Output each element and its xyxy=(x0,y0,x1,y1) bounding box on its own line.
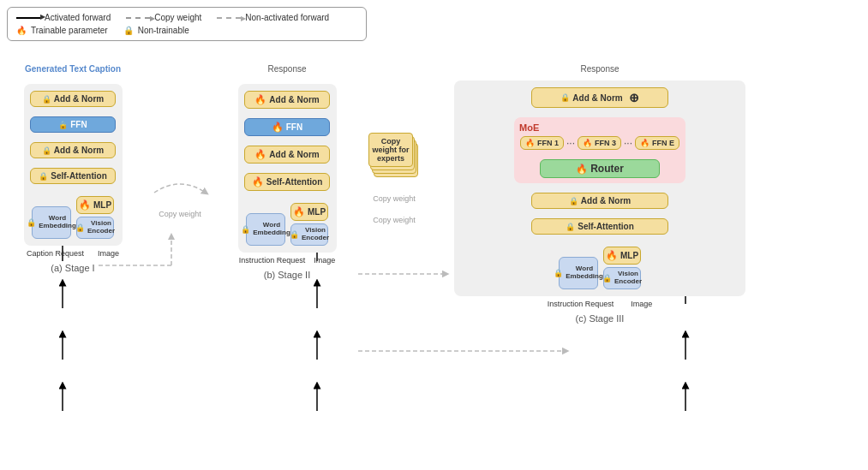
lock-icon-8: 🔒 xyxy=(290,230,299,239)
fire-icon-1: 🔥 xyxy=(79,199,91,211)
stage2-add-norm-bot: 🔥 Add & Norm xyxy=(244,146,330,164)
stage2-bottom-row: 🔒 Word Embedding 🔥 MLP 🔒 Vision Encoder xyxy=(246,203,328,246)
stage2-add-norm-bot-label: Add & Norm xyxy=(269,150,319,159)
stage2-add-norm-top-label: Add & Norm xyxy=(269,95,319,104)
stage1-add-norm-top: 🔒 Add & Norm xyxy=(30,91,116,107)
non-trainable-label: Non-trainable xyxy=(138,26,189,35)
non-activated-line-icon xyxy=(217,17,241,19)
stage1-self-attn-label: Self-Attention xyxy=(51,171,107,181)
stage1-box: 🔒 Add & Norm 🔒 FFN 🔒 Add & Norm xyxy=(24,84,123,246)
legend-trainable: 🔥 Trainable parameter xyxy=(16,26,108,35)
stage2-ffn: 🔥 FFN xyxy=(244,118,330,136)
fire-icon-6: 🔥 xyxy=(293,206,305,217)
dots-1: ··· xyxy=(566,137,575,149)
stage1-word-emb: 🔒 Word Embedding xyxy=(32,206,71,239)
stage1-self-attn: 🔒 Self-Attention xyxy=(30,168,116,184)
moe-box: MoE 🔥 FFN 1 ··· 🔥 FFN 3 ··· xyxy=(514,117,685,183)
stage2-ffn-label: FFN xyxy=(286,122,302,132)
plus-icon: ⊕ xyxy=(629,91,639,104)
activated-label: Activated forward xyxy=(45,13,111,22)
trainable-label: Trainable parameter xyxy=(31,26,108,35)
stage2-add-norm-top: 🔥 Add & Norm xyxy=(244,91,330,109)
stage3-add-norm-top: 🔒 Add & Norm ⊕ xyxy=(531,87,668,108)
stage3-ffne-label: FFN E xyxy=(652,139,674,147)
copy-weight-experts-label: Copy weight for experts xyxy=(369,135,412,164)
stage1-caption-label: Caption Request xyxy=(27,249,84,258)
stage2-vision-enc-label: Vision Encoder xyxy=(302,227,329,242)
stage2-label: (b) Stage II xyxy=(264,270,310,280)
lock-icon-3: 🔒 xyxy=(42,146,51,155)
stage1-ffn: 🔒 FFN xyxy=(30,116,116,133)
stage1-add-norm-top-label: Add & Norm xyxy=(54,94,104,104)
stage1-add-norm-bot-label: Add & Norm xyxy=(54,146,104,155)
stage3-output-label: Response xyxy=(580,64,619,74)
stage1-label: (a) Stage I xyxy=(51,263,94,273)
lock-icon-12: 🔒 xyxy=(554,269,563,277)
fire-icon-9: 🔥 xyxy=(640,139,650,147)
lock-icon-11: 🔒 xyxy=(566,223,575,231)
copy-weight-top-label: Copy weight xyxy=(373,194,416,203)
lock-icon-5: 🔒 xyxy=(27,218,36,227)
copy-weight-label: Copy weight xyxy=(154,13,201,22)
legend: Activated forward Copy weight Non-activa… xyxy=(7,7,367,41)
stage3-add-norm-mid: 🔒 Add & Norm xyxy=(531,193,668,209)
stage2-output-label: Response xyxy=(267,64,306,74)
stage2-mlp: 🔥 MLP xyxy=(290,203,328,221)
lock-icon-2: 🔒 xyxy=(58,121,68,129)
legend-copy-weight: Copy weight xyxy=(126,13,201,22)
fire-icon-10: 🔥 xyxy=(576,164,588,175)
stage3-router: 🔥 Router xyxy=(540,159,660,178)
stage3-vision-enc-label: Vision Encoder xyxy=(614,271,642,286)
stage2-self-attn-label: Self-Attention xyxy=(266,177,323,187)
stage2-self-attn: 🔥 Self-Attention xyxy=(244,173,330,191)
stage-2: Response 🔥 Add & Norm 🔥 FFN 🔥 Add & Norm xyxy=(231,64,343,280)
legend-activated: Activated forward xyxy=(16,13,111,22)
copy-weight-bot-label: Copy weight xyxy=(373,216,416,224)
fire-icon-11: 🔥 xyxy=(606,250,618,261)
stage3-router-label: Router xyxy=(590,163,624,175)
stage2-image-label: Image xyxy=(314,256,335,265)
stage2-vision-enc: 🔒 Vision Encoder xyxy=(290,223,328,246)
stage3-add-norm-mid-label: Add & Norm xyxy=(581,196,631,205)
fire-icon-legend: 🔥 xyxy=(16,26,27,35)
stage3-self-attn: 🔒 Self-Attention xyxy=(531,218,668,235)
stage1-mlp: 🔥 MLP xyxy=(76,196,114,214)
lock-icon-7: 🔒 xyxy=(241,225,250,234)
stage2-instruction-label: Instruction Request xyxy=(239,256,306,265)
fire-icon-4: 🔥 xyxy=(254,149,266,160)
stage1-bottom-row: 🔒 Word Embedding 🔥 MLP 🔒 Vision Encoder xyxy=(32,196,114,239)
legend-non-trainable: 🔒 Non-trainable xyxy=(123,26,189,35)
fire-icon-2: 🔥 xyxy=(254,94,266,105)
stage3-bottom-row: 🔒 Word Embedding 🔥 MLP 🔒 Vision Encoder xyxy=(559,247,641,289)
lock-icon-10: 🔒 xyxy=(569,197,578,205)
stage1-vision-enc: 🔒 Vision Encoder xyxy=(76,217,114,239)
lock-icon-4: 🔒 xyxy=(39,172,48,181)
fire-icon-7: 🔥 xyxy=(525,139,535,147)
stage2-word-emb-label: Word Embedding xyxy=(253,222,290,237)
stage-3: Response 🔒 Add & Norm ⊕ MoE 🔥 xyxy=(454,64,745,324)
dots-2: ··· xyxy=(624,137,632,149)
lock-icon-1: 🔒 xyxy=(42,95,51,104)
stage1-vision-enc-label: Vision Encoder xyxy=(87,220,115,235)
stage1-mlp-label: MLP xyxy=(93,200,111,210)
legend-non-activated: Non-activated forward xyxy=(217,13,329,22)
stage3-ffn1: 🔥 FFN 1 xyxy=(520,136,564,150)
stage3-vision-enc: 🔒 Vision Encoder xyxy=(603,267,641,289)
non-activated-label: Non-activated forward xyxy=(245,13,329,22)
lock-icon-9: 🔒 xyxy=(560,93,570,102)
lock-icon-13: 🔒 xyxy=(602,274,612,283)
copy-weight-line-icon xyxy=(126,17,150,19)
stage3-add-norm-top-label: Add & Norm xyxy=(572,93,622,103)
stage2-mlp-label: MLP xyxy=(308,207,326,217)
stage1-ffn-label: FFN xyxy=(70,120,87,129)
stage3-label: (c) Stage III xyxy=(576,313,625,324)
moe-label: MoE xyxy=(519,122,539,133)
activated-line-icon xyxy=(16,17,40,19)
stage3-ffn3-label: FFN 3 xyxy=(595,139,616,147)
stage2-box: 🔥 Add & Norm 🔥 FFN 🔥 Add & Norm 🔥 Self-A… xyxy=(238,84,337,253)
copy-weight-mid-label: Copy weight xyxy=(159,210,201,218)
stage1-image-label: Image xyxy=(98,249,119,258)
stage1-output-label: Generated Text Caption xyxy=(25,64,121,74)
stage3-ffn1-label: FFN 1 xyxy=(537,139,559,147)
stage3-ffn3: 🔥 FFN 3 xyxy=(578,136,621,150)
